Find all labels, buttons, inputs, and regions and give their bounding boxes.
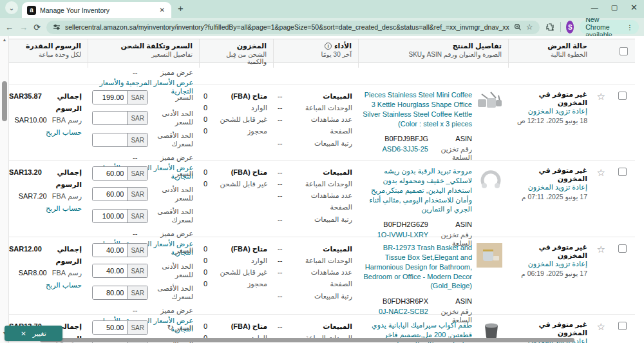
profit-calculator-link[interactable]: حساب الربح — [46, 202, 82, 215]
price-input[interactable] — [93, 91, 127, 104]
row-checkbox[interactable] — [618, 168, 627, 176]
table-row: ☆ غير متوفر في المخزون إعادة تزويد المخز… — [5, 161, 635, 237]
status-badge: غير متوفر في المخزون — [513, 243, 587, 260]
favorite-star-icon[interactable]: ☆ — [597, 244, 605, 255]
min-price-input[interactable] — [93, 264, 127, 277]
product-image-neck-fan — [477, 166, 502, 248]
max-price-input[interactable] — [93, 133, 127, 146]
new-chrome-available-button[interactable]: New Chrome available ⋮ — [580, 20, 639, 34]
restock-link[interactable]: إعادة تزويد المخزون — [528, 107, 587, 115]
row-checkbox[interactable] — [618, 322, 627, 330]
row-checkbox[interactable] — [618, 244, 627, 253]
product-image-kettles — [477, 90, 502, 162]
restock-link[interactable]: إعادة تزويد المخزون — [528, 183, 587, 191]
table-row-partial: عرض مميز-- عرض الأسعار المرجعية والأسعار… — [5, 63, 635, 84]
restock-link[interactable]: إعادة تزويد المخزون — [528, 260, 587, 268]
window-minimize-button[interactable]: — — [591, 4, 598, 12]
price-input[interactable] — [93, 244, 127, 257]
created-date: 17 يونيو 2025، 07:11 م — [513, 193, 587, 201]
window-close-button[interactable]: ✕ — [630, 3, 638, 12]
inventory-page: حالة العرض الخطوة التالية تفاصيل المنتج … — [0, 36, 644, 343]
browser-tab[interactable]: a Manage Your Inventory ✕ — [22, 2, 171, 18]
profit-calculator-link[interactable]: حساب الربح — [46, 126, 82, 139]
close-icon[interactable]: ✕ — [21, 330, 26, 337]
max-price-input[interactable] — [93, 286, 127, 299]
row-checkbox[interactable] — [618, 92, 627, 100]
site-settings-icon[interactable] — [53, 23, 61, 31]
asin-value: B0FDJ9BFJG — [384, 135, 428, 142]
forward-button[interactable]: → — [19, 23, 28, 32]
reload-button[interactable]: ⟳ — [33, 23, 41, 32]
refresh-price-icon[interactable]: ↻ — [167, 323, 173, 332]
extensions-puzzle-icon[interactable] — [545, 23, 554, 32]
created-date: 17 يونيو 2025، 06:19 م — [513, 270, 587, 277]
favorite-star-icon[interactable]: ☆ — [597, 91, 605, 102]
vertical-scrollbar-thumb[interactable] — [2, 81, 7, 121]
asin-value: B0FDH2G6Z9 — [383, 220, 428, 228]
product-image-basket — [477, 243, 502, 324]
zoom-icon[interactable] — [514, 23, 522, 31]
tab-search-chevron-icon[interactable]: ⌄ — [5, 1, 18, 14]
new-chrome-label: New Chrome available — [585, 15, 622, 39]
favorite-star-icon[interactable]: ☆ — [597, 167, 605, 178]
min-price-input[interactable] — [93, 112, 127, 124]
product-title-link[interactable]: Pieces Stainless Steel Mini Coffee 3 Ket… — [363, 90, 472, 128]
bookmark-star-icon[interactable]: ☆ — [526, 23, 533, 32]
scroll-up-arrow-icon[interactable]: ▲ — [0, 37, 9, 42]
created-date: 18 يونيو 2025، 12:12 ص — [513, 117, 587, 124]
address-bar[interactable]: sellercentral.amazon.sa/myinventory/inve… — [46, 21, 540, 34]
table-header: حالة العرض الخطوة التالية تفاصيل المنتج … — [5, 39, 635, 63]
profit-calculator-link[interactable]: حساب الربح — [46, 279, 82, 291]
new-tab-button[interactable]: + — [178, 3, 184, 14]
change-label: تغيير — [33, 329, 46, 338]
product-title-link[interactable]: مروحة تبريد الرقبة بدون ريشه لاسلكي_ خفي… — [363, 166, 472, 214]
horizontal-scrollbar-thumb[interactable] — [40, 338, 574, 342]
change-tooltip-button[interactable]: تغيير ✕ — [5, 326, 62, 341]
status-badge: غير متوفر في المخزون — [513, 166, 587, 183]
asin-value: B0FDH3R6PX — [383, 297, 428, 305]
table-row: ☆ غير متوفر في المخزون إعادة تزويد المخز… — [5, 84, 635, 161]
browser-window: ⌄ a Manage Your Inventory ✕ + — ▢ ✕ ← → … — [0, 0, 644, 343]
sku-link[interactable]: ASD6-3JJ5-25 — [382, 145, 428, 153]
info-icon[interactable]: i — [325, 43, 332, 50]
amazon-favicon-icon: a — [27, 6, 36, 15]
toolbar-divider — [560, 22, 561, 32]
tab-close-icon[interactable]: ✕ — [158, 6, 166, 14]
table-row: ☆ غير متوفر في المخزون إعادة تزويد المخز… — [5, 237, 635, 315]
window-maximize-button[interactable]: ▢ — [611, 3, 618, 12]
price-input[interactable] — [93, 167, 127, 180]
status-badge: غير متوفر في المخزون — [513, 90, 587, 107]
min-price-input[interactable] — [93, 188, 127, 201]
select-all-checkbox[interactable] — [620, 47, 628, 55]
product-title-link[interactable]: BR-12973 Trash Basket and Tissue Box Set… — [363, 243, 472, 291]
browser-toolbar: ← → ⟳ sellercentral.amazon.sa/myinventor… — [0, 18, 644, 36]
favorite-star-icon[interactable]: ☆ — [597, 321, 605, 332]
max-price-input[interactable] — [93, 210, 127, 222]
vertical-scrollbar[interactable]: ▲ ▼ — [0, 36, 9, 343]
tab-title: Manage Your Inventory — [40, 6, 155, 14]
back-button[interactable]: ← — [5, 23, 14, 32]
status-badge: غير متوفر في المخزون — [513, 320, 587, 337]
url-text: sellercentral.amazon.sa/myinventory/inve… — [65, 23, 509, 31]
profile-avatar[interactable]: S — [566, 21, 574, 34]
tab-strip: ⌄ a Manage Your Inventory ✕ + — ▢ ✕ — [0, 0, 644, 18]
price-input[interactable] — [93, 321, 127, 334]
chrome-menu-kebab-icon[interactable]: ⋮ — [627, 23, 634, 31]
